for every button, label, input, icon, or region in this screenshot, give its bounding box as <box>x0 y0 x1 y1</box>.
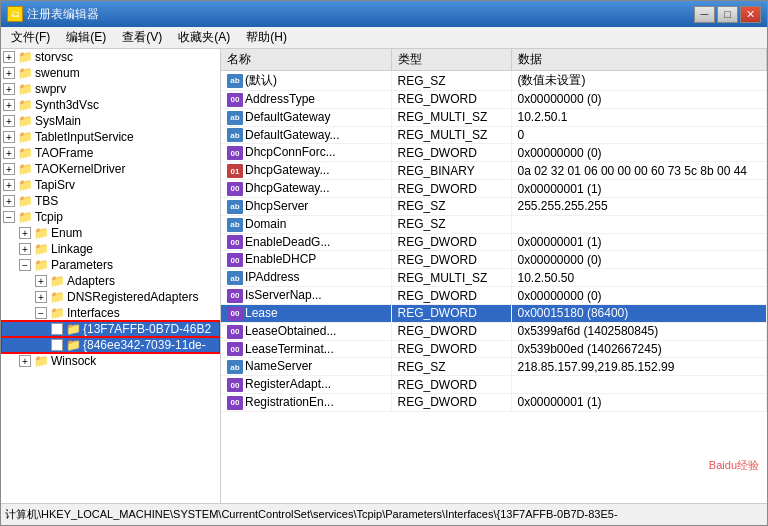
cell-data: 0x00000001 (1) <box>511 233 767 251</box>
table-row[interactable]: 00LeaseObtained... REG_DWORD 0x5399af6d … <box>221 322 767 340</box>
main-content: +📁storvsc+📁swenum+📁swprv+📁Synth3dVsc+📁Sy… <box>1 49 767 503</box>
expand-icon[interactable]: + <box>3 51 15 63</box>
table-row[interactable]: 00IsServerNap... REG_DWORD 0x00000000 (0… <box>221 287 767 305</box>
table-row[interactable]: ab(默认) REG_SZ (数值未设置) <box>221 71 767 91</box>
table-row[interactable]: 00EnableDeadG... REG_DWORD 0x00000001 (1… <box>221 233 767 251</box>
multi-icon: ab <box>227 111 243 125</box>
expand-icon[interactable]: + <box>3 131 15 143</box>
table-row[interactable]: abDomain REG_SZ <box>221 215 767 233</box>
tree-item[interactable]: −📁Tcpip <box>1 209 220 225</box>
menu-view[interactable]: 查看(V) <box>114 27 170 48</box>
reg-name: LeaseObtained... <box>245 324 336 338</box>
cell-name: 00RegisterAdapt... <box>221 376 391 394</box>
cell-data: 0x00000000 (0) <box>511 287 767 305</box>
tree-item[interactable]: +📁TBS <box>1 193 220 209</box>
table-row[interactable]: 00RegistrationEn... REG_DWORD 0x00000001… <box>221 394 767 412</box>
table-row[interactable]: abDhcpServer REG_SZ 255.255.255.255 <box>221 197 767 215</box>
cell-type: REG_BINARY <box>391 162 511 180</box>
cell-name: 00EnableDHCP <box>221 251 391 269</box>
reg-name: DhcpGateway... <box>245 181 329 195</box>
tree-item[interactable]: +📁DNSRegisteredAdapters <box>1 289 220 305</box>
cell-type: REG_SZ <box>391 197 511 215</box>
cell-name: abDefaultGateway... <box>221 126 391 144</box>
expand-icon[interactable]: + <box>3 99 15 111</box>
tree-item[interactable]: +📁swenum <box>1 65 220 81</box>
menu-edit[interactable]: 编辑(E) <box>58 27 114 48</box>
cell-type: REG_SZ <box>391 71 511 91</box>
folder-icon: 📁 <box>33 242 49 256</box>
table-row[interactable]: abIPAddress REG_MULTI_SZ 10.2.50.50 <box>221 269 767 287</box>
tree-item[interactable]: +📁Adapters <box>1 273 220 289</box>
tree-item[interactable]: +📁Enum <box>1 225 220 241</box>
collapse-icon[interactable]: − <box>19 259 31 271</box>
expand-icon[interactable]: + <box>51 339 63 351</box>
expand-icon[interactable]: + <box>3 147 15 159</box>
expand-icon[interactable]: + <box>3 67 15 79</box>
tree-item[interactable]: +📁{13F7AFFB-0B7D-46B2 <box>1 321 220 337</box>
tree-item[interactable]: +📁Winsock <box>1 353 220 369</box>
cell-data: 0 <box>511 126 767 144</box>
expand-icon[interactable]: + <box>35 291 47 303</box>
minimize-button[interactable]: ─ <box>694 6 715 23</box>
tree-item[interactable]: +📁TabletInputService <box>1 129 220 145</box>
table-row[interactable]: 00Lease REG_DWORD 0x00015180 (86400) <box>221 304 767 322</box>
maximize-button[interactable]: □ <box>717 6 738 23</box>
expand-icon[interactable]: + <box>19 227 31 239</box>
table-row[interactable]: 00EnableDHCP REG_DWORD 0x00000000 (0) <box>221 251 767 269</box>
expand-icon[interactable]: + <box>3 163 15 175</box>
tree-item[interactable]: +📁TAOKernelDriver <box>1 161 220 177</box>
tree-item[interactable]: +📁swprv <box>1 81 220 97</box>
tree-item[interactable]: +📁TAOFrame <box>1 145 220 161</box>
expand-icon[interactable]: + <box>51 323 63 335</box>
table-row[interactable]: 00DhcpConnForc... REG_DWORD 0x00000000 (… <box>221 144 767 162</box>
close-button[interactable]: ✕ <box>740 6 761 23</box>
expand-icon[interactable]: + <box>3 115 15 127</box>
cell-type: REG_DWORD <box>391 180 511 198</box>
tree-label: Winsock <box>51 354 96 368</box>
expand-icon[interactable]: + <box>3 195 15 207</box>
tree-item[interactable]: +📁TapiSrv <box>1 177 220 193</box>
folder-icon: 📁 <box>65 338 81 352</box>
window-icon: 🗂 <box>7 6 23 22</box>
folder-icon: 📁 <box>17 130 33 144</box>
expand-icon[interactable]: + <box>19 355 31 367</box>
cell-name: 00RegistrationEn... <box>221 394 391 412</box>
expand-icon[interactable]: + <box>19 243 31 255</box>
folder-icon: 📁 <box>17 98 33 112</box>
tree-item[interactable]: +📁Synth3dVsc <box>1 97 220 113</box>
reg-name: DhcpServer <box>245 199 308 213</box>
right-panel[interactable]: 名称 类型 数据 ab(默认) REG_SZ (数值未设置) 00Address… <box>221 49 767 503</box>
table-row[interactable]: 00DhcpGateway... REG_DWORD 0x00000001 (1… <box>221 180 767 198</box>
expand-icon[interactable]: + <box>3 83 15 95</box>
table-row[interactable]: 01DhcpGateway... REG_BINARY 0a 02 32 01 … <box>221 162 767 180</box>
menu-help[interactable]: 帮助(H) <box>238 27 295 48</box>
tree-label: {13F7AFFB-0B7D-46B2 <box>83 322 211 336</box>
table-row[interactable]: 00AddressType REG_DWORD 0x00000000 (0) <box>221 91 767 109</box>
tree-item[interactable]: +📁{846ee342-7039-11de- <box>1 337 220 353</box>
collapse-icon[interactable]: − <box>35 307 47 319</box>
tree-item[interactable]: +📁storvsc <box>1 49 220 65</box>
table-row[interactable]: abDefaultGateway... REG_MULTI_SZ 0 <box>221 126 767 144</box>
table-row[interactable]: 00RegisterAdapt... REG_DWORD <box>221 376 767 394</box>
tree-item[interactable]: −📁Parameters <box>1 257 220 273</box>
tree-item[interactable]: +📁Linkage <box>1 241 220 257</box>
expand-icon[interactable]: + <box>35 275 47 287</box>
table-row[interactable]: abNameServer REG_SZ 218.85.157.99,219.85… <box>221 358 767 376</box>
menu-favorites[interactable]: 收藏夹(A) <box>170 27 238 48</box>
expand-icon[interactable]: + <box>3 179 15 191</box>
collapse-icon[interactable]: − <box>3 211 15 223</box>
dword-icon: 00 <box>227 325 243 339</box>
folder-icon: 📁 <box>17 50 33 64</box>
cell-type: REG_DWORD <box>391 251 511 269</box>
cell-data: 0x5399af6d (1402580845) <box>511 322 767 340</box>
cell-name: ab(默认) <box>221 71 391 91</box>
tree-item[interactable]: −📁Interfaces <box>1 305 220 321</box>
table-row[interactable]: abDefaultGateway REG_MULTI_SZ 10.2.50.1 <box>221 108 767 126</box>
left-panel[interactable]: +📁storvsc+📁swenum+📁swprv+📁Synth3dVsc+📁Sy… <box>1 49 221 503</box>
table-row[interactable]: 00LeaseTerminat... REG_DWORD 0x539b00ed … <box>221 340 767 358</box>
folder-icon: 📁 <box>33 354 49 368</box>
cell-type: REG_MULTI_SZ <box>391 108 511 126</box>
cell-data: 255.255.255.255 <box>511 197 767 215</box>
tree-item[interactable]: +📁SysMain <box>1 113 220 129</box>
menu-file[interactable]: 文件(F) <box>3 27 58 48</box>
